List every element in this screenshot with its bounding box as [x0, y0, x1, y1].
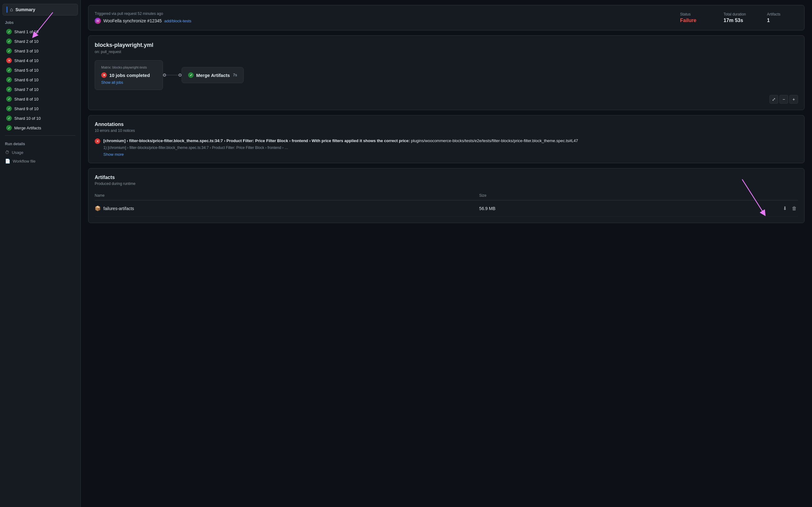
artifacts-table: Name Size 📦 failures-artifacts 56.9 MB ⬇… — [95, 191, 798, 217]
shard9-status-icon: ✓ — [6, 106, 12, 111]
trigger-stat-duration: Total duration 17m 53s — [723, 12, 755, 23]
artifact-download-btn[interactable]: ⬇ — [781, 204, 788, 213]
flow-connector — [163, 73, 181, 77]
trigger-link-row: W WooFella synchronize #12345 add/block-… — [95, 18, 668, 24]
merge-status-icon: ✓ — [6, 125, 12, 131]
main-content: Triggered via pull request 52 minutes ag… — [81, 0, 812, 507]
duration-label: Total duration — [723, 12, 755, 16]
workflow-card: blocks-playwright.yml on: pull_request M… — [88, 35, 805, 110]
connector-dot-right — [178, 73, 181, 77]
sidebar-divider — [5, 135, 75, 135]
workflow-sub: on: pull_request — [95, 50, 798, 54]
shard7-status-icon: ✓ — [6, 87, 12, 92]
shard7-label: Shard 7 of 10 — [14, 87, 39, 92]
sidebar-item-shard3[interactable]: ✓Shard 3 of 10 — [1, 46, 79, 56]
sidebar-item-shard9[interactable]: ✓Shard 9 of 10 — [1, 104, 79, 113]
annotation-item: ✕ [chromium] › filter-blocks/price-filte… — [95, 138, 798, 157]
artifacts-label: Artifacts — [767, 12, 798, 16]
trigger-card: Triggered via pull request 52 minutes ag… — [88, 5, 805, 31]
artifact-actions: ⬇ 🗑 — [637, 204, 798, 213]
artifact-package-icon: 📦 — [95, 206, 101, 211]
sidebar-item-shard1[interactable]: ✓Shard 1 of 10 — [1, 27, 79, 36]
artifact-name-cell: 📦 failures-artifacts — [95, 206, 479, 211]
artifacts-body: 📦 failures-artifacts 56.9 MB ⬇ 🗑 — [95, 201, 798, 217]
annotation-text: [chromium] › filter-blocks/price-filter.… — [103, 138, 578, 144]
artifacts-card: Artifacts Produced during runtime Name S… — [88, 168, 805, 223]
annotations-card: Annotations 10 errors and 10 notices ✕ [… — [88, 115, 805, 163]
run-details-usage[interactable]: ⏱Usage — [0, 148, 80, 157]
shard6-label: Shard 6 of 10 — [14, 77, 39, 82]
zoom-fullscreen-btn[interactable]: ⤢ — [769, 95, 778, 104]
matrix-label: Matrix: blocks-playwright-tests — [101, 65, 156, 69]
usage-label: Usage — [12, 150, 23, 155]
flow-node-matrix: Matrix: blocks-playwright-tests ✕ 10 job… — [95, 60, 163, 90]
artifacts-title: Artifacts — [95, 175, 798, 180]
show-more-link[interactable]: Show more — [103, 152, 124, 157]
merge-status-icon: ✓ — [188, 72, 194, 78]
trigger-meta: Triggered via pull request 52 minutes ag… — [95, 11, 668, 16]
zoom-controls: ⤢ − + — [95, 95, 798, 104]
shard8-status-icon: ✓ — [6, 96, 12, 102]
artifact-name: failures-artifacts — [103, 206, 134, 211]
sidebar-item-shard6[interactable]: ✓Shard 6 of 10 — [1, 75, 79, 84]
shard2-status-icon: ✓ — [6, 39, 12, 44]
col-size-header: Size — [479, 191, 637, 201]
shard1-status-icon: ✓ — [6, 29, 12, 35]
connector-dot-left — [163, 73, 166, 77]
shard1-label: Shard 1 of 10 — [14, 30, 39, 34]
sidebar-item-shard5[interactable]: ✓Shard 5 of 10 — [1, 65, 79, 75]
annotations-title: Annotations — [95, 122, 798, 127]
run-details-workflow-file[interactable]: 📄Workflow file — [0, 157, 80, 165]
annotation-subtext: 1) [chromium] › filter-blocks/price-filt… — [103, 145, 578, 151]
workflow-file-label: Workflow file — [13, 159, 36, 164]
duration-value: 17m 53s — [723, 18, 755, 23]
shard9-label: Shard 9 of 10 — [14, 106, 39, 111]
shard10-status-icon: ✓ — [6, 115, 12, 121]
shard2-label: Shard 2 of 10 — [14, 39, 39, 44]
status-value: Failure — [680, 18, 711, 23]
shard5-status-icon: ✓ — [6, 67, 12, 73]
run-details-list: ⏱Usage📄Workflow file — [0, 148, 80, 165]
shard8-label: Shard 8 of 10 — [14, 97, 39, 102]
avatar: W — [95, 18, 101, 24]
shard5-label: Shard 5 of 10 — [14, 68, 39, 73]
annotation-content: [chromium] › filter-blocks/price-filter.… — [103, 138, 578, 157]
branch-link[interactable]: add/block-tests — [164, 19, 191, 23]
shard4-label: Shard 4 of 10 — [14, 58, 39, 63]
trigger-info: Triggered via pull request 52 minutes ag… — [95, 11, 668, 24]
zoom-in-btn[interactable]: + — [789, 95, 798, 104]
summary-label: Summary — [15, 7, 36, 12]
annotation-file: plugins/woocommerce-blocks/tests/e2e/tes… — [411, 138, 578, 143]
trigger-commit: WooFella synchronize #12345 — [103, 18, 162, 23]
sidebar-item-merge[interactable]: ✓Merge Artifacts — [1, 123, 79, 132]
artifact-delete-btn[interactable]: 🗑 — [791, 204, 798, 213]
merge-label: Merge Artifacts — [14, 126, 41, 130]
connector-line — [166, 75, 178, 75]
annotations-sub: 10 errors and 10 notices — [95, 128, 798, 133]
sidebar-item-shard4[interactable]: ✕Shard 4 of 10 — [1, 56, 79, 65]
sidebar-item-shard8[interactable]: ✓Shard 8 of 10 — [1, 94, 79, 104]
col-name-header: Name — [95, 191, 479, 201]
sidebar-item-shard7[interactable]: ✓Shard 7 of 10 — [1, 85, 79, 94]
home-icon: ⌂ — [10, 7, 13, 12]
trigger-stat-artifacts: Artifacts 1 — [767, 12, 798, 23]
matrix-status-icon: ✕ — [101, 72, 107, 78]
zoom-out-btn[interactable]: − — [779, 95, 788, 104]
artifacts-value: 1 — [767, 18, 798, 23]
sidebar-item-shard2[interactable]: ✓Shard 2 of 10 — [1, 37, 79, 46]
artifacts-sub: Produced during runtime — [95, 181, 798, 186]
show-all-jobs-link[interactable]: Show all jobs — [101, 80, 156, 85]
sidebar: ⌂ Summary Jobs ✓Shard 1 of 10✓Shard 2 of… — [0, 0, 81, 507]
shard4-status-icon: ✕ — [6, 58, 12, 63]
trigger-stat-status: Status Failure — [680, 12, 711, 23]
artifact-row-failures-artifacts: 📦 failures-artifacts 56.9 MB ⬇ 🗑 — [95, 201, 798, 217]
shard3-label: Shard 3 of 10 — [14, 49, 39, 53]
matrix-status: ✕ 10 jobs completed — [101, 72, 156, 78]
sidebar-item-shard10[interactable]: ✓Shard 10 of 10 — [1, 114, 79, 123]
workflow-file-icon: 📄 — [5, 159, 10, 164]
active-indicator — [6, 6, 7, 13]
jobs-list: ✓Shard 1 of 10✓Shard 2 of 10✓Shard 3 of … — [0, 27, 80, 133]
sidebar-item-summary[interactable]: ⌂ Summary — [2, 4, 78, 15]
shard6-status-icon: ✓ — [6, 77, 12, 82]
merge-node-left: ✓ Merge Artifacts — [188, 72, 230, 78]
